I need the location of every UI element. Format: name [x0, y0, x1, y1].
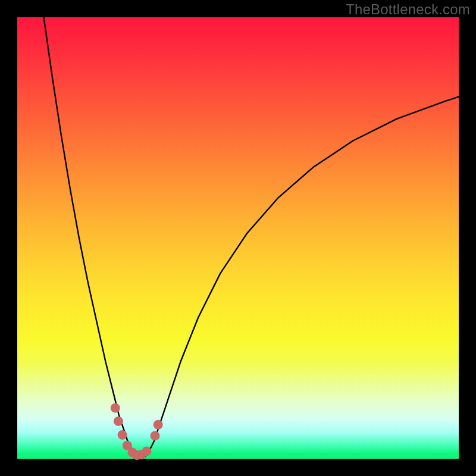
- curve-left-branch: [44, 17, 141, 459]
- watermark-text: TheBottleneck.com: [346, 1, 470, 18]
- curve-layer: [17, 17, 459, 459]
- bottleneck-curve: [44, 17, 459, 459]
- curve-marker: [151, 431, 160, 440]
- curve-marker: [142, 446, 151, 456]
- plot-area: [17, 17, 459, 459]
- curve-marker: [114, 416, 123, 426]
- chart-frame: TheBottleneck.com: [0, 0, 476, 476]
- curve-marker: [154, 420, 163, 430]
- curve-marker: [111, 403, 120, 413]
- curve-right-branch: [141, 97, 459, 459]
- curve-marker: [118, 430, 127, 440]
